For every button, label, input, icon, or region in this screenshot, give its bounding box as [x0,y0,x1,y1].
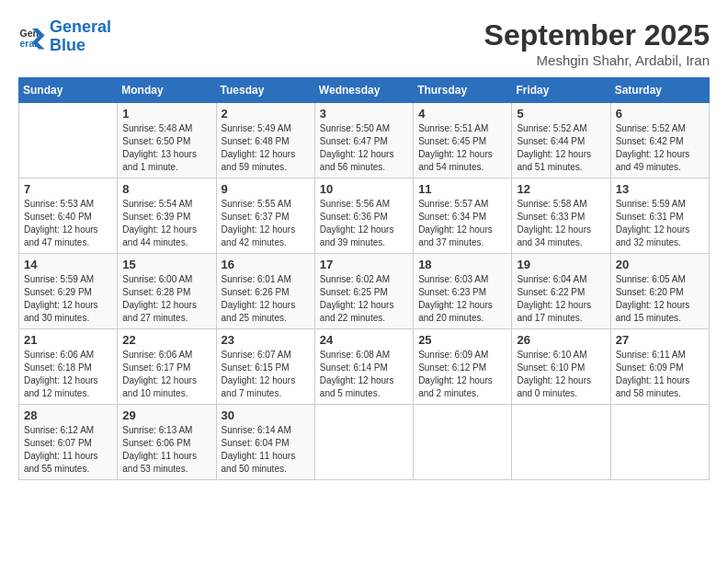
calendar-cell: 14Sunrise: 5:59 AM Sunset: 6:29 PM Dayli… [19,254,118,329]
day-number: 17 [320,258,408,271]
day-number: 28 [24,408,112,422]
day-info: Sunrise: 6:12 AM Sunset: 6:07 PM Dayligh… [24,424,112,476]
calendar-cell: 12Sunrise: 5:58 AM Sunset: 6:33 PM Dayli… [512,178,610,254]
calendar-cell: 25Sunrise: 6:09 AM Sunset: 6:12 PM Dayli… [414,329,512,405]
calendar-cell: 30Sunrise: 6:14 AM Sunset: 6:04 PM Dayli… [216,405,314,480]
calendar-cell: 27Sunrise: 6:11 AM Sunset: 6:09 PM Dayli… [610,329,709,405]
calendar-table: SundayMondayTuesdayWednesdayThursdayFrid… [18,77,710,480]
day-number: 2 [222,107,310,121]
day-info: Sunrise: 6:06 AM Sunset: 6:18 PM Dayligh… [24,349,112,400]
day-info: Sunrise: 5:52 AM Sunset: 6:44 PM Dayligh… [517,122,605,174]
day-info: Sunrise: 6:10 AM Sunset: 6:10 PM Dayligh… [517,349,605,400]
calendar-cell: 20Sunrise: 6:05 AM Sunset: 6:20 PM Dayli… [610,254,709,329]
day-number: 3 [320,107,408,121]
calendar-cell: 5Sunrise: 5:52 AM Sunset: 6:44 PM Daylig… [512,103,610,178]
day-number: 19 [517,258,605,271]
calendar-cell: 16Sunrise: 6:01 AM Sunset: 6:26 PM Dayli… [216,254,314,329]
calendar-cell: 9Sunrise: 5:55 AM Sunset: 6:37 PM Daylig… [216,178,314,254]
logo: Gen eral GeneralBlue [18,18,111,55]
day-number: 11 [418,182,506,196]
day-number: 21 [24,333,112,347]
calendar-cell: 17Sunrise: 6:02 AM Sunset: 6:25 PM Dayli… [314,254,413,329]
day-number: 29 [122,408,210,422]
day-number: 6 [616,107,704,121]
day-info: Sunrise: 6:08 AM Sunset: 6:14 PM Dayligh… [320,349,408,400]
day-info: Sunrise: 6:01 AM Sunset: 6:26 PM Dayligh… [222,273,310,325]
day-info: Sunrise: 6:00 AM Sunset: 6:28 PM Dayligh… [122,273,210,325]
day-number: 26 [517,333,605,347]
day-number: 20 [616,258,704,271]
calendar-cell: 13Sunrise: 5:59 AM Sunset: 6:31 PM Dayli… [610,178,709,254]
day-info: Sunrise: 5:57 AM Sunset: 6:34 PM Dayligh… [418,198,506,249]
calendar-cell: 22Sunrise: 6:06 AM Sunset: 6:17 PM Dayli… [118,329,216,405]
day-number: 27 [616,333,704,347]
calendar-cell: 3Sunrise: 5:50 AM Sunset: 6:47 PM Daylig… [314,103,413,178]
day-info: Sunrise: 5:59 AM Sunset: 6:31 PM Dayligh… [616,198,704,249]
day-info: Sunrise: 5:49 AM Sunset: 6:48 PM Dayligh… [222,122,310,174]
day-info: Sunrise: 5:54 AM Sunset: 6:39 PM Dayligh… [122,198,210,249]
location-title: Meshgin Shahr, Ardabil, Iran [484,52,710,68]
day-number: 13 [616,182,704,196]
day-info: Sunrise: 5:51 AM Sunset: 6:45 PM Dayligh… [418,122,506,174]
day-info: Sunrise: 6:14 AM Sunset: 6:04 PM Dayligh… [222,424,310,476]
calendar-cell [414,405,512,480]
calendar-cell: 15Sunrise: 6:00 AM Sunset: 6:28 PM Dayli… [118,254,216,329]
calendar-cell: 11Sunrise: 5:57 AM Sunset: 6:34 PM Dayli… [414,178,512,254]
title-block: September 2025 Meshgin Shahr, Ardabil, I… [484,18,710,68]
day-info: Sunrise: 6:05 AM Sunset: 6:20 PM Dayligh… [616,273,704,325]
calendar-cell: 8Sunrise: 5:54 AM Sunset: 6:39 PM Daylig… [118,178,216,254]
day-number: 30 [222,408,310,422]
calendar-cell [610,405,709,480]
day-info: Sunrise: 6:07 AM Sunset: 6:15 PM Dayligh… [222,349,310,400]
calendar-cell: 24Sunrise: 6:08 AM Sunset: 6:14 PM Dayli… [314,329,413,405]
calendar-cell: 4Sunrise: 5:51 AM Sunset: 6:45 PM Daylig… [414,103,512,178]
logo-text: GeneralBlue [50,18,111,55]
calendar-cell [314,405,413,480]
day-info: Sunrise: 6:06 AM Sunset: 6:17 PM Dayligh… [122,349,210,400]
day-number: 14 [24,258,112,271]
day-number: 7 [24,182,112,196]
calendar-cell [19,103,118,178]
day-info: Sunrise: 6:11 AM Sunset: 6:09 PM Dayligh… [616,349,704,400]
day-info: Sunrise: 5:59 AM Sunset: 6:29 PM Dayligh… [24,273,112,325]
day-number: 25 [418,333,506,347]
calendar-cell: 29Sunrise: 6:13 AM Sunset: 6:06 PM Dayli… [118,405,216,480]
calendar-cell: 6Sunrise: 5:52 AM Sunset: 6:42 PM Daylig… [610,103,709,178]
weekday-header-monday: Monday [118,78,216,103]
day-info: Sunrise: 5:53 AM Sunset: 6:40 PM Dayligh… [24,198,112,249]
day-number: 15 [122,258,210,271]
day-info: Sunrise: 5:50 AM Sunset: 6:47 PM Dayligh… [320,122,408,174]
day-info: Sunrise: 5:55 AM Sunset: 6:37 PM Dayligh… [222,198,310,249]
calendar-cell: 2Sunrise: 5:49 AM Sunset: 6:48 PM Daylig… [216,103,314,178]
calendar-cell: 7Sunrise: 5:53 AM Sunset: 6:40 PM Daylig… [19,178,118,254]
day-number: 10 [320,182,408,196]
day-number: 12 [517,182,605,196]
day-info: Sunrise: 6:09 AM Sunset: 6:12 PM Dayligh… [418,349,506,400]
calendar-cell: 23Sunrise: 6:07 AM Sunset: 6:15 PM Dayli… [216,329,314,405]
day-number: 24 [320,333,408,347]
day-number: 18 [418,258,506,271]
day-info: Sunrise: 6:04 AM Sunset: 6:22 PM Dayligh… [517,273,605,325]
calendar-cell: 10Sunrise: 5:56 AM Sunset: 6:36 PM Dayli… [314,178,413,254]
day-info: Sunrise: 5:58 AM Sunset: 6:33 PM Dayligh… [517,198,605,249]
day-info: Sunrise: 6:02 AM Sunset: 6:25 PM Dayligh… [320,273,408,325]
page-header: Gen eral GeneralBlue September 2025 Mesh… [18,18,710,68]
calendar-cell: 26Sunrise: 6:10 AM Sunset: 6:10 PM Dayli… [512,329,610,405]
month-title: September 2025 [484,18,710,52]
logo-icon: Gen eral [18,23,46,51]
day-number: 16 [222,258,310,271]
day-number: 23 [222,333,310,347]
weekday-header-tuesday: Tuesday [216,78,314,103]
weekday-header-saturday: Saturday [610,78,709,103]
day-info: Sunrise: 6:03 AM Sunset: 6:23 PM Dayligh… [418,273,506,325]
calendar-cell: 18Sunrise: 6:03 AM Sunset: 6:23 PM Dayli… [414,254,512,329]
calendar-cell: 1Sunrise: 5:48 AM Sunset: 6:50 PM Daylig… [118,103,216,178]
day-number: 5 [517,107,605,121]
weekday-header-sunday: Sunday [19,78,118,103]
day-info: Sunrise: 5:52 AM Sunset: 6:42 PM Dayligh… [616,122,704,174]
calendar-cell [512,405,610,480]
day-info: Sunrise: 6:13 AM Sunset: 6:06 PM Dayligh… [122,424,210,476]
day-number: 4 [418,107,506,121]
weekday-header-thursday: Thursday [414,78,512,103]
day-info: Sunrise: 5:48 AM Sunset: 6:50 PM Dayligh… [122,122,210,174]
